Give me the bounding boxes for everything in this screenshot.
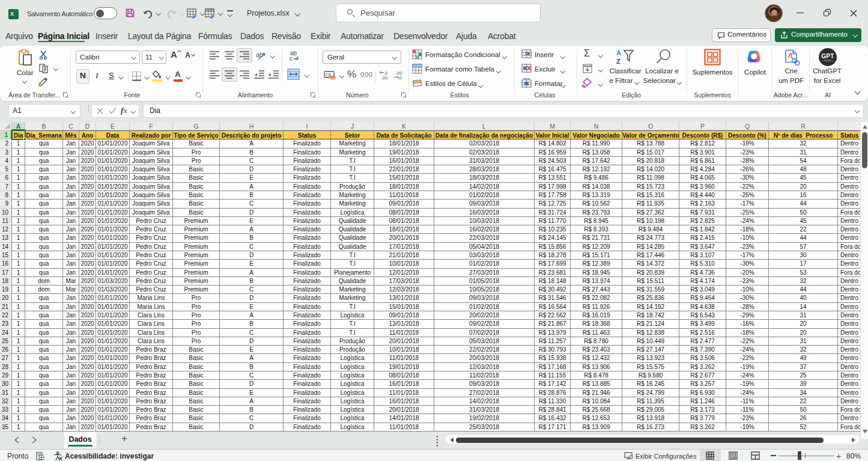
svg-text:C$: C$ — [326, 73, 331, 77]
svg-text:c: c — [290, 55, 293, 62]
svg-text:ab: ab — [256, 51, 263, 58]
svg-text:Z: Z — [616, 58, 621, 65]
svg-text:,00: ,00 — [381, 75, 387, 81]
svg-text:A: A — [616, 49, 621, 56]
